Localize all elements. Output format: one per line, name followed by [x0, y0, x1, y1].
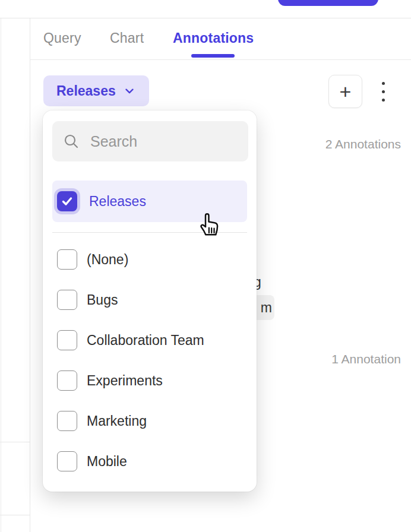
category-filter-dropdown: Releases (None) Bugs Collaboration Team … [43, 110, 257, 492]
checkbox-unchecked[interactable] [57, 411, 77, 431]
left-rail-row-divider [0, 515, 30, 515]
dropdown-divider [52, 232, 247, 233]
header-divider [0, 18, 411, 18]
primary-action-button[interactable] [278, 0, 378, 6]
search-field[interactable] [52, 121, 248, 162]
annotation-group-count: 1 Annotation [331, 352, 401, 366]
dropdown-option-list: (None) Bugs Collaboration Team Experimen… [57, 249, 247, 491]
option-label: (None) [87, 252, 128, 268]
checkbox-unchecked[interactable] [57, 249, 77, 270]
category-filter-button[interactable]: Releases [43, 75, 149, 106]
checkbox-unchecked[interactable] [57, 290, 77, 310]
left-rail-outer-border [1, 18, 1, 532]
add-annotation-button[interactable]: + [328, 75, 362, 108]
dropdown-option-mobile[interactable]: Mobile [57, 451, 247, 472]
checkbox-checked[interactable] [57, 191, 77, 211]
dropdown-option-bugs[interactable]: Bugs [57, 289, 247, 311]
annotation-group-count: 2 Annotations [325, 137, 401, 151]
checkbox-unchecked[interactable] [57, 370, 77, 391]
tab-chart[interactable]: Chart [110, 30, 144, 46]
option-label: Marketing [87, 413, 147, 429]
kebab-icon[interactable] [376, 76, 390, 107]
left-rail-row-divider [0, 442, 30, 442]
dropdown-option-marketing[interactable]: Marketing [57, 410, 247, 432]
category-filter-label: Releases [56, 83, 116, 99]
tab-annotations[interactable]: Annotations [173, 30, 254, 46]
option-label: Experiments [87, 373, 163, 389]
dropdown-option-collaboration-team[interactable]: Collaboration Team [57, 330, 247, 351]
checkbox-unchecked[interactable] [57, 451, 77, 471]
option-label: Collaboration Team [87, 332, 204, 349]
chevron-down-icon [123, 84, 136, 97]
left-rail-divider [30, 18, 30, 532]
tabs-divider [30, 59, 411, 60]
option-label: Releases [89, 194, 146, 210]
search-icon [63, 133, 80, 150]
tab-query[interactable]: Query [43, 30, 81, 46]
checkbox-unchecked[interactable] [57, 330, 77, 350]
option-label: Bugs [87, 292, 118, 308]
option-label: Mobile [87, 454, 127, 470]
dropdown-option-releases[interactable]: Releases [52, 180, 247, 222]
active-tab-indicator [191, 54, 235, 58]
dropdown-option-none[interactable]: (None) [57, 249, 247, 270]
search-input[interactable] [90, 133, 282, 150]
dropdown-option-experiments[interactable]: Experiments [57, 370, 247, 391]
